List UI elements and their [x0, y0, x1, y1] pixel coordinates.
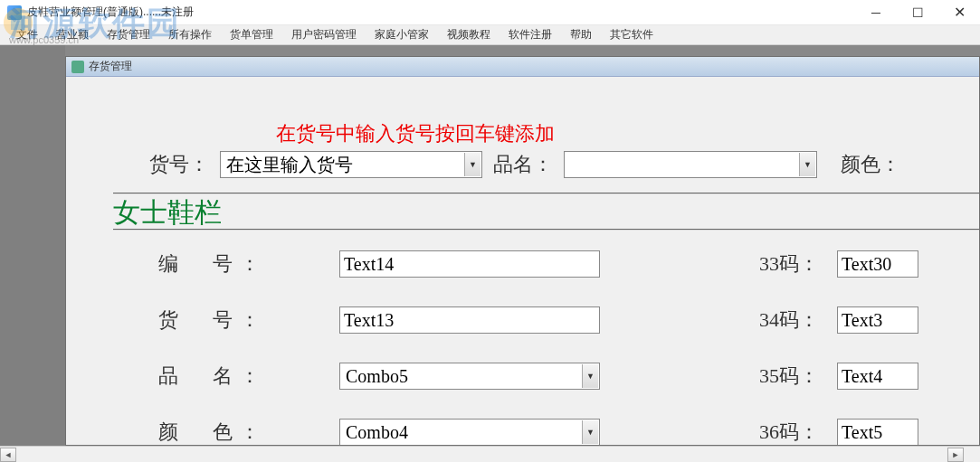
size34-label: 34码：	[736, 306, 837, 334]
menu-all-ops[interactable]: 所有操作	[159, 24, 221, 45]
huohao-value: 在这里输入货号	[226, 153, 353, 177]
menu-inventory[interactable]: 存货管理	[98, 24, 159, 45]
instruction-text: 在货号中输入货号按回车键添加	[276, 120, 555, 147]
divider-bottom	[113, 229, 979, 231]
size34-input[interactable]: Text3	[837, 306, 918, 334]
row-bianhao: 编 号： Text14 33码： Text30	[158, 236, 979, 292]
app-icon	[7, 5, 22, 20]
menubar: 文件 营业额 存货管理 所有操作 货单管理 用户密码管理 家庭小管家 视频教程 …	[0, 25, 980, 45]
minimize-button[interactable]: ─	[855, 0, 897, 24]
horizontal-scrollbar[interactable]: ◄ ►	[0, 446, 980, 462]
section-title: 女士鞋栏	[113, 194, 222, 231]
chevron-down-icon[interactable]: ▼	[464, 153, 480, 176]
size36-input[interactable]: Text5	[837, 419, 918, 445]
menu-register[interactable]: 软件注册	[500, 24, 561, 45]
mdi-area: 存货管理 在货号中输入货号按回车键添加 货号： 在这里输入货号 ▼ 品名： ▼ …	[0, 45, 980, 446]
size36-label: 36码：	[736, 419, 837, 445]
huohao-row-label: 货 号：	[158, 306, 339, 334]
child-window-title: 存货管理	[89, 59, 132, 74]
child-content: 在货号中输入货号按回车键添加 货号： 在这里输入货号 ▼ 品名： ▼ 颜色： 女…	[66, 77, 979, 445]
chevron-down-icon[interactable]: ▼	[582, 364, 598, 388]
menu-other[interactable]: 其它软件	[601, 24, 662, 45]
divider-top	[113, 193, 979, 194]
bianhao-input[interactable]: Text14	[339, 250, 600, 278]
menu-order[interactable]: 货单管理	[221, 24, 282, 45]
menu-sales[interactable]: 营业额	[47, 24, 98, 45]
form-area: 在货号中输入货号按回车键添加 货号： 在这里输入货号 ▼ 品名： ▼ 颜色： 女…	[95, 77, 979, 445]
huohao-combo[interactable]: 在这里输入货号 ▼	[220, 151, 482, 178]
pinming-row-combo[interactable]: Combo5 ▼	[339, 363, 600, 390]
yanse-row-combo[interactable]: Combo4 ▼	[339, 419, 600, 445]
pinming-row-label: 品 名：	[158, 363, 339, 390]
huohao-input[interactable]: Text13	[339, 306, 600, 334]
row-huohao: 货 号： Text13 34码： Text3	[158, 292, 979, 348]
chevron-down-icon[interactable]: ▼	[582, 420, 598, 444]
close-button[interactable]: ✕	[938, 0, 980, 24]
child-titlebar[interactable]: 存货管理	[66, 57, 979, 77]
top-filter-row: 货号： 在这里输入货号 ▼ 品名： ▼ 颜色：	[149, 151, 979, 178]
maximize-button[interactable]: ☐	[897, 0, 938, 24]
menu-help[interactable]: 帮助	[561, 24, 601, 45]
size33-label: 33码：	[736, 250, 837, 278]
scroll-right-button[interactable]: ►	[947, 448, 964, 462]
row-pinming: 品 名： Combo5 ▼ 35码： Text4	[158, 348, 979, 404]
pinming-combo[interactable]: ▼	[564, 151, 817, 178]
scroll-left-button[interactable]: ◄	[0, 448, 16, 462]
window-controls: ─ ☐ ✕	[855, 0, 980, 24]
mdi-background	[0, 45, 65, 446]
size35-input[interactable]: Text4	[837, 363, 918, 390]
size35-label: 35码：	[736, 363, 837, 390]
bianhao-label: 编 号：	[158, 250, 339, 278]
pinming-label: 品名：	[493, 151, 553, 178]
huohao-label: 货号：	[149, 151, 209, 178]
row-yanse: 颜 色： Combo4 ▼ 36码： Text5	[158, 404, 979, 445]
yanse-row-label: 颜 色：	[158, 419, 339, 445]
window-title: 皮鞋营业额管理(普通版)......未注册	[27, 5, 855, 20]
scroll-corner	[964, 447, 980, 463]
child-window: 存货管理 在货号中输入货号按回车键添加 货号： 在这里输入货号 ▼ 品名： ▼ …	[65, 56, 980, 446]
menu-file[interactable]: 文件	[7, 24, 47, 45]
titlebar: 皮鞋营业额管理(普通版)......未注册 ─ ☐ ✕	[0, 0, 980, 25]
form-grid: 编 号： Text14 33码： Text30 货 号： Text13 34码：…	[158, 236, 979, 445]
menu-password[interactable]: 用户密码管理	[282, 24, 366, 45]
yanse-label: 颜色：	[841, 151, 900, 178]
menu-video[interactable]: 视频教程	[438, 24, 500, 45]
chevron-down-icon[interactable]: ▼	[799, 153, 815, 176]
child-window-icon	[71, 61, 84, 73]
menu-home[interactable]: 家庭小管家	[366, 24, 438, 45]
size33-input[interactable]: Text30	[837, 250, 918, 278]
